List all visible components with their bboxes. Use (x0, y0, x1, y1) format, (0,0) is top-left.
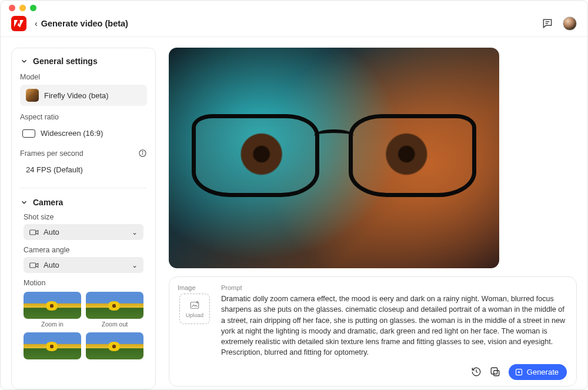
zoom-window-dot[interactable] (30, 5, 36, 11)
motion-thumb (86, 292, 143, 319)
model-label: Model (20, 73, 147, 81)
motion-caption: Zoom out (102, 321, 128, 328)
top-bar: ‹ Generate video (beta) (1, 14, 587, 37)
model-value: Firefly Video (beta) (44, 91, 109, 100)
info-icon[interactable] (138, 149, 147, 158)
general-settings-title: General settings (33, 56, 98, 66)
motion-thumb (24, 292, 81, 319)
camera-header[interactable]: Camera (20, 198, 147, 207)
upload-image-icon (189, 300, 200, 311)
chevron-down-icon: ⌄ (132, 261, 138, 269)
aspect-select[interactable]: Widescreen (16:9) (20, 125, 147, 142)
svg-rect-6 (30, 263, 36, 268)
shot-size-label: Shot size (24, 213, 143, 221)
motion-label: Motion (24, 279, 143, 287)
style-icon[interactable] (490, 366, 500, 377)
motion-caption: Zoom in (41, 321, 64, 328)
prompt-column-label: Prompt (221, 284, 567, 291)
settings-sidebar: General settings Model Firefly Video (be… (11, 48, 156, 389)
camera-angle-value: Auto (44, 261, 59, 269)
aspect-value: Widescreen (16:9) (41, 129, 103, 138)
upload-label: Upload (186, 312, 203, 318)
model-select[interactable]: Firefly Video (beta) (20, 85, 147, 106)
svg-rect-5 (30, 230, 36, 235)
general-settings-header[interactable]: General settings (20, 56, 147, 66)
chevron-down-icon (20, 57, 28, 65)
motion-tile-zoom-out[interactable]: Zoom out (86, 292, 143, 328)
history-icon[interactable] (471, 366, 482, 377)
shot-size-select[interactable]: Auto ⌄ (24, 224, 143, 240)
fps-value: 24 FPS (Default) (26, 165, 83, 174)
fps-select[interactable]: 24 FPS (Default) (20, 161, 147, 178)
generate-label: Generate (527, 368, 559, 376)
shot-size-value: Auto (44, 228, 59, 236)
generate-button[interactable]: Generate (509, 364, 567, 380)
video-preview[interactable] (169, 48, 499, 268)
svg-point-4 (142, 152, 143, 152)
motion-tile-3[interactable] (24, 332, 81, 361)
prompt-panel: Image Upload Prompt Dramatic dolly zoom … (169, 276, 577, 386)
chevron-down-icon (20, 198, 28, 206)
user-avatar[interactable] (563, 16, 577, 31)
comments-icon[interactable] (542, 18, 553, 29)
camera-title: Camera (33, 198, 63, 207)
motion-tile-4[interactable] (86, 332, 143, 361)
chevron-down-icon: ⌄ (132, 228, 138, 236)
model-thumb-icon (26, 89, 39, 102)
aspect-label: Aspect ratio (20, 113, 147, 121)
motion-grid: Zoom in Zoom out (24, 292, 143, 361)
minimize-window-dot[interactable] (19, 5, 26, 11)
camera-icon (29, 262, 39, 269)
svg-rect-9 (494, 371, 499, 376)
back-button[interactable]: ‹ (35, 19, 38, 28)
camera-angle-select[interactable]: Auto ⌄ (24, 257, 143, 273)
generate-icon (514, 368, 523, 376)
window-traffic-lights (1, 1, 587, 8)
close-window-dot[interactable] (9, 5, 15, 11)
prompt-textarea[interactable]: Dramatic dolly zoom camera effect, the m… (221, 294, 567, 358)
motion-tile-zoom-in[interactable]: Zoom in (24, 292, 81, 328)
page-title: Generate video (beta) (41, 19, 128, 28)
image-column-label: Image (178, 284, 196, 291)
widescreen-icon (22, 129, 35, 138)
camera-icon (29, 229, 39, 236)
camera-angle-label: Camera angle (24, 246, 143, 254)
adobe-logo[interactable] (11, 16, 26, 31)
fps-label: Frames per second (20, 149, 147, 158)
upload-image-button[interactable]: Upload (179, 294, 210, 324)
motion-thumb (24, 332, 81, 359)
motion-thumb (86, 332, 143, 359)
